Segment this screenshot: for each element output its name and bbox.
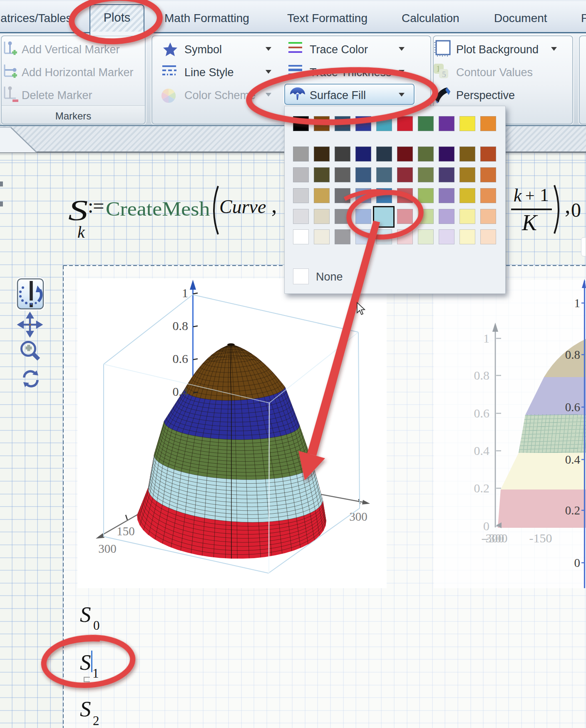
svg-text:0.2: 0.2	[474, 481, 490, 495]
svg-text:1: 1	[182, 286, 188, 300]
svg-text:300: 300	[349, 510, 367, 523]
svg-text:0: 0	[574, 556, 581, 569]
svg-text:0.8: 0.8	[565, 348, 580, 361]
svg-text:0.4: 0.4	[565, 453, 581, 466]
svg-text:-300: -300	[485, 531, 508, 545]
svg-text:0.2: 0.2	[565, 504, 580, 517]
svg-text:0.8: 0.8	[474, 368, 490, 382]
svg-text:150: 150	[117, 524, 135, 538]
svg-text:0.4: 0.4	[173, 385, 189, 398]
svg-text:300: 300	[98, 542, 117, 555]
svg-text:0.8: 0.8	[173, 319, 189, 333]
svg-text:1: 1	[574, 296, 581, 310]
svg-text:0.6: 0.6	[565, 400, 580, 414]
svg-text:1: 1	[483, 331, 489, 345]
svg-text:0.4: 0.4	[474, 444, 490, 457]
svg-text:0.6: 0.6	[173, 352, 189, 365]
svg-text:-150: -150	[529, 531, 552, 545]
svg-text:0.6: 0.6	[474, 406, 490, 420]
